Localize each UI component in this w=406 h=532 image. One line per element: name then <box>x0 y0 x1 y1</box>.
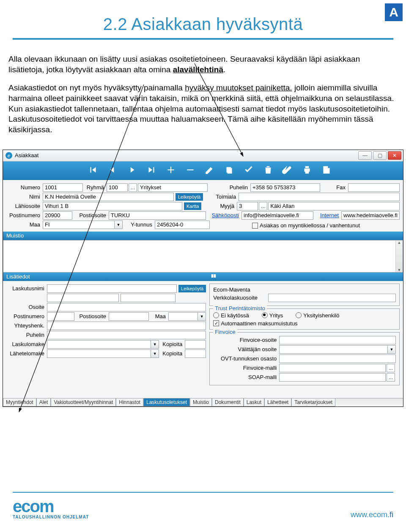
window-minimize-button[interactable]: — <box>358 151 372 160</box>
leikepoyta-button[interactable]: Leikepöytä <box>176 193 203 201</box>
lisatiedot-book-icon[interactable] <box>210 273 217 280</box>
ovt-input[interactable] <box>279 355 396 363</box>
lahetelomake-dropdown-button[interactable]: ▼ <box>151 349 159 358</box>
ovt-label: OVT-tunnuksen osasto <box>213 355 279 362</box>
kielto-checkbox[interactable]: Asiakas on myyntikiellossa / vanhentunut <box>252 222 360 229</box>
ryhma-input[interactable]: 100 <box>107 183 128 192</box>
soap-input[interactable] <box>279 373 386 382</box>
nimi-input[interactable]: K.N Hedelmiä Ovelle <box>43 193 174 201</box>
export-icon[interactable] <box>321 164 332 177</box>
maa2-input[interactable] <box>168 312 198 321</box>
postiosoite-input[interactable]: TURKU <box>109 211 206 220</box>
kopioita2-input[interactable] <box>185 349 206 358</box>
lahiosoite-input[interactable]: Vihuri 1 B <box>43 202 182 210</box>
postinumero-input[interactable]: 20900 <box>43 211 72 220</box>
ryhma-text[interactable]: Yritykset <box>138 183 208 192</box>
bottom-tab-8[interactable]: Lähetteet <box>264 398 291 407</box>
finvoice-malli-input[interactable] <box>279 364 386 372</box>
bottom-tab-2[interactable]: Vakiotuotteet/Myyntihinnat <box>51 398 116 407</box>
trust-radio-company[interactable]: Yritys <box>262 312 283 319</box>
maa2-dropdown-button[interactable]: ▼ <box>198 312 206 321</box>
bottom-tab-5[interactable]: Muistio <box>190 398 212 407</box>
puhelin2-input[interactable] <box>47 331 206 339</box>
lahetelomake-input[interactable] <box>47 349 151 358</box>
maventa-line1: Ecom-Maventa <box>213 286 250 293</box>
maa-input[interactable]: FI <box>43 221 115 229</box>
kielto-label: Asiakas on myyntikiellossa / vanhentunut <box>260 222 360 229</box>
laskutusnimi2-input[interactable] <box>47 294 119 302</box>
valittaja-label: Välittäjän osoite <box>213 346 279 352</box>
next-icon[interactable] <box>126 164 137 177</box>
valittaja-input[interactable] <box>279 345 388 354</box>
myyja-lookup-button[interactable]: … <box>259 202 267 210</box>
numero-input[interactable]: 1001 <box>43 183 83 192</box>
yhteyshenk-input[interactable] <box>47 322 206 330</box>
toimiala-input[interactable] <box>239 193 400 201</box>
attach-icon[interactable] <box>282 164 293 177</box>
trash-icon[interactable] <box>263 164 274 177</box>
ytunnus-input[interactable]: 2456204-0 <box>155 221 210 229</box>
first-icon[interactable] <box>88 164 99 177</box>
finvoice-malli-button[interactable]: … <box>387 364 395 372</box>
kopioita1-input[interactable] <box>185 340 206 349</box>
trust-group: Trust Perintätoimisto Ei käytössä Yritys… <box>209 308 400 330</box>
soap-button[interactable]: … <box>387 373 395 382</box>
myyja-text[interactable]: Käki Allan <box>268 202 400 210</box>
automuistutus-checkbox[interactable]: ✓ Automaattinen maksumuistutus <box>213 320 396 327</box>
para1-c: . <box>223 65 225 74</box>
maventa-input[interactable] <box>268 294 396 302</box>
window-maximize-button[interactable]: ▢ <box>373 151 387 160</box>
confirm-icon[interactable] <box>243 164 254 177</box>
myyja-num-input[interactable]: 3 <box>237 202 258 210</box>
bottom-tab-9[interactable]: Tarviketarjoukset <box>291 398 335 407</box>
fax-input[interactable] <box>348 183 400 192</box>
valittaja-dropdown-button[interactable]: ▼ <box>387 345 396 354</box>
osoite-input[interactable] <box>47 303 206 311</box>
trust-radio-private[interactable]: Yksityishenkilö <box>296 312 339 319</box>
internet-label[interactable]: Internet <box>313 212 341 218</box>
laskutusnimi-input[interactable] <box>47 284 177 293</box>
laskulomake-input[interactable] <box>47 340 151 349</box>
remove-icon[interactable] <box>185 164 196 177</box>
puhelin-input[interactable]: +358 50 5753873 <box>250 183 320 192</box>
postiosoite2-label: Postiosoite <box>74 313 109 319</box>
copy-icon[interactable] <box>224 164 235 177</box>
footer-url-b: .fi <box>387 510 393 519</box>
maa-dropdown-button[interactable]: ▼ <box>114 221 123 229</box>
finvoice-osoite-label: Finvoice-osoite <box>213 337 279 343</box>
add-icon[interactable] <box>165 164 176 177</box>
sahkoposti-label[interactable]: Sähköposti <box>206 212 241 218</box>
sahkoposti-input[interactable]: info@hedelmiaovelle.fi <box>241 211 313 220</box>
bottom-tab-6[interactable]: Dokumentit <box>212 398 244 407</box>
bottom-tab-1[interactable]: Alet <box>36 398 51 407</box>
trust-r2-label: Yritys <box>269 312 283 319</box>
leikepoyta2-button[interactable]: Leikepöytä <box>178 285 206 292</box>
edit-icon[interactable] <box>204 164 215 177</box>
toolbar <box>3 161 403 180</box>
bottom-tab-3[interactable]: Hinnastot <box>116 398 143 407</box>
laskulomake-dropdown-button[interactable]: ▼ <box>151 340 159 349</box>
print-icon[interactable] <box>302 164 313 177</box>
prev-icon[interactable] <box>107 164 118 177</box>
footer-url-a: www.ecom <box>351 510 387 519</box>
kartta-button[interactable]: Kartta <box>184 202 201 210</box>
postiosoite2-input[interactable] <box>109 312 149 321</box>
footer-logo-sub: TALOUSHALLINNON OHJELMAT <box>13 515 89 519</box>
internet-input[interactable]: www.hedelmiaovelle.fi <box>341 211 400 220</box>
postiosoite-label: Postiosoite <box>72 212 109 218</box>
ryhma-lookup-button[interactable]: … <box>129 183 137 192</box>
bottom-tab-0[interactable]: Myyntiehdot <box>3 398 36 407</box>
kopioita2-label: Kopioita <box>159 350 185 357</box>
bottom-tab-4[interactable]: Laskutusoletukset <box>143 398 190 407</box>
bottom-tab-7[interactable]: Laskut <box>244 398 264 407</box>
laskutusnimi3-input[interactable] <box>121 294 176 302</box>
last-icon[interactable] <box>146 164 157 177</box>
postinumero2-input[interactable] <box>47 312 74 321</box>
automuistutus-label: Automaattinen maksumuistutus <box>221 320 297 327</box>
muistio-textarea[interactable]: ▲▼ <box>3 240 403 273</box>
window-close-button[interactable]: ✕ <box>388 151 401 160</box>
scrollbar[interactable]: ▲▼ <box>395 240 403 272</box>
finvoice-osoite-input[interactable] <box>279 336 396 344</box>
corner-badge: A <box>385 3 403 21</box>
trust-radio-none[interactable]: Ei käytössä <box>213 312 249 319</box>
